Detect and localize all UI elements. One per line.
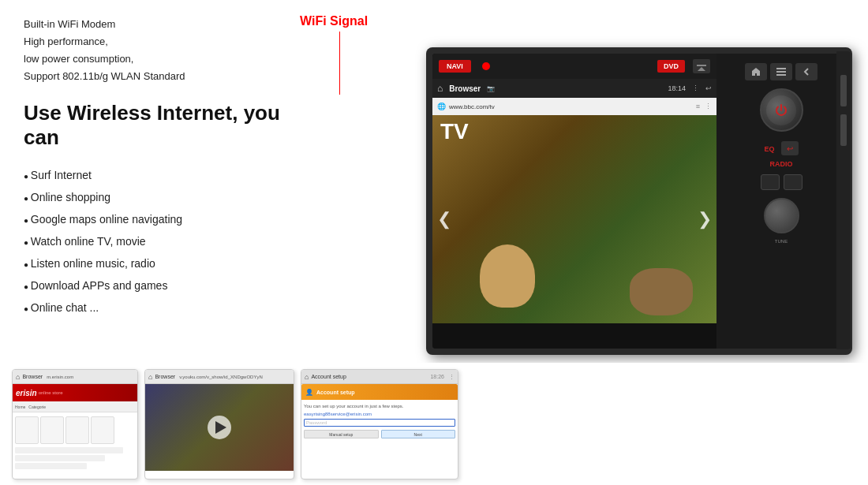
erisin-store-text: online store	[39, 390, 63, 395]
feature-item-3: Watch online TV, movie	[24, 230, 308, 252]
menu-ctrl-btn[interactable]	[770, 63, 792, 80]
device-outer: NAVI DVD ⌂ Browser 📷 18:1	[426, 47, 852, 355]
manual-setup-button[interactable]: Manual setup	[304, 430, 379, 438]
prev-arrow[interactable]: ❮	[437, 209, 451, 229]
power-knob-inner	[766, 95, 796, 125]
erisin-nav-home[interactable]: Home	[15, 405, 25, 409]
home-icon[interactable]: ⌂	[437, 83, 443, 94]
password-placeholder: Password	[306, 420, 327, 425]
erisin-nav-cat[interactable]: Categorie	[28, 405, 46, 409]
navi-button[interactable]: NAVI	[439, 60, 471, 73]
erisin-url: m.erisin.com	[47, 375, 73, 379]
ctrl-top-row	[745, 63, 817, 80]
wifi-spec-line1: Built-in WiFi Modem	[24, 16, 308, 33]
account-title: Account setup	[316, 390, 355, 395]
control-panel: EQ ↩ RADIO TUNE	[716, 54, 846, 349]
feature-item-4: Listen online music, radio	[24, 252, 308, 274]
account-email-text: easyrising88service@erisin.com	[304, 412, 455, 416]
menu-icon[interactable]: ⋮	[692, 84, 699, 92]
url-menu-icon[interactable]: ≡	[696, 103, 700, 110]
android-status-bar: ⌂ Browser 📷 18:14 ⋮ ↩	[432, 79, 716, 98]
ss-browser-label: Browser	[22, 374, 43, 379]
video-browser-bar: ⌂ Browser v.youku.com/v_show/id_XNDgwODY…	[145, 370, 294, 384]
eq-label[interactable]: EQ	[764, 145, 774, 153]
ss-home-icon: ⌂	[16, 373, 20, 381]
vol-up-btn[interactable]	[784, 174, 803, 190]
side-knob-2	[840, 114, 847, 146]
feature-item-1: Online shopping	[24, 186, 308, 208]
animal-snake	[630, 268, 693, 315]
animal-squirrel	[480, 244, 535, 308]
account-body-text: You can set up your account in just a fe…	[304, 403, 455, 409]
video-content	[145, 384, 294, 471]
back-ctrl-btn[interactable]	[795, 63, 817, 80]
device-time: 18:14	[668, 84, 686, 92]
wifi-specs: Built-in WiFi Modem High performance, lo…	[24, 16, 308, 85]
main-heading: Use Wireless Internet, you can	[24, 101, 308, 150]
product-2[interactable]	[40, 416, 64, 444]
erisin-header: erisin online store	[13, 384, 137, 401]
play-triangle-icon	[215, 421, 226, 434]
feature-item-0: Surf Internet	[24, 164, 308, 186]
manual-setup-label: Manual setup	[329, 432, 353, 437]
device-side-panel	[836, 51, 851, 349]
globe-icon: 🌐	[437, 103, 446, 110]
side-knob-1	[840, 75, 847, 106]
erisin-products	[15, 416, 135, 444]
svg-rect-0	[776, 68, 786, 69]
account-screenshot: ⌂ Account setup 18:26 ⋮ 👤 Account setup …	[301, 369, 458, 479]
account-browser-label: Account setup	[311, 374, 346, 379]
url-more-icon[interactable]: ⋮	[705, 103, 712, 110]
account-home-icon: ⌂	[305, 373, 309, 381]
vol-down-btn[interactable]	[761, 174, 780, 190]
erisin-content	[13, 412, 137, 476]
erisin-screenshot: ⌂ Browser m.erisin.com erisin online sto…	[12, 369, 138, 479]
tune-knob[interactable]	[764, 198, 799, 233]
camera-icon: 📷	[487, 85, 495, 92]
erisin-text-row-3	[15, 463, 87, 469]
video-url: v.youku.com/v_show/id_XNDgwODYyN	[179, 375, 263, 379]
product-1[interactable]	[15, 416, 39, 444]
erisin-text-row-1	[15, 447, 123, 453]
account-icon: 👤	[305, 389, 313, 396]
next-button[interactable]: Next	[381, 430, 456, 438]
browser-tab-label: Browser	[449, 84, 481, 93]
left-section: Built-in WiFi Modem High performance, lo…	[0, 0, 331, 379]
power-knob[interactable]	[760, 88, 803, 132]
erisin-nav-bar: Home Categorie	[13, 401, 137, 412]
back-icon[interactable]: ↩	[705, 84, 712, 92]
tune-label: TUNE	[775, 239, 788, 244]
url-bar[interactable]: 🌐 www.bbc.com/tv ≡ ⋮	[432, 98, 716, 115]
feature-item-5: Download APPs and games	[24, 274, 308, 297]
next-arrow[interactable]: ❯	[698, 209, 712, 229]
back-btn[interactable]: ↩	[781, 141, 799, 155]
wifi-spec-line4: Support 802.11b/g WLAN Standard	[24, 68, 308, 85]
product-4[interactable]	[91, 416, 114, 444]
screen-area: NAVI DVD ⌂ Browser 📷 18:1	[432, 54, 716, 349]
car-unit: NAVI DVD ⌂ Browser 📷 18:1	[395, 8, 860, 379]
account-more-icon[interactable]: ⋮	[449, 374, 455, 380]
erisin-text-row-2	[15, 455, 105, 461]
next-label: Next	[414, 432, 422, 437]
account-body: You can set up your account in just a fe…	[301, 400, 458, 442]
radio-label[interactable]: RADIO	[770, 160, 793, 168]
red-indicator	[482, 62, 490, 70]
password-input[interactable]: Password	[304, 419, 455, 427]
wifi-signal-line	[339, 32, 340, 95]
erisin-logo: erisin	[16, 389, 37, 397]
account-action-buttons: Manual setup Next	[304, 430, 455, 438]
video-home-icon: ⌂	[148, 373, 152, 381]
svg-rect-1	[776, 71, 786, 73]
feature-item-6: Online chat ...	[24, 297, 308, 319]
play-button[interactable]	[208, 416, 231, 439]
screen-video-content: TV ❮ ❯	[432, 115, 716, 323]
ctrl-mid-buttons	[761, 174, 803, 190]
bottom-screenshots: ⌂ Browser m.erisin.com erisin online sto…	[0, 363, 868, 485]
feature-list: Surf Internet Online shopping Google map…	[24, 164, 308, 319]
home-ctrl-btn[interactable]	[745, 63, 767, 80]
product-3[interactable]	[65, 416, 89, 444]
dvd-button[interactable]: DVD	[657, 60, 685, 73]
wifi-spec-line2: High performance,	[24, 33, 308, 50]
video-screenshot: ⌂ Browser v.youku.com/v_show/id_XNDgwODY…	[144, 369, 294, 479]
tv-label: TV	[440, 119, 469, 144]
